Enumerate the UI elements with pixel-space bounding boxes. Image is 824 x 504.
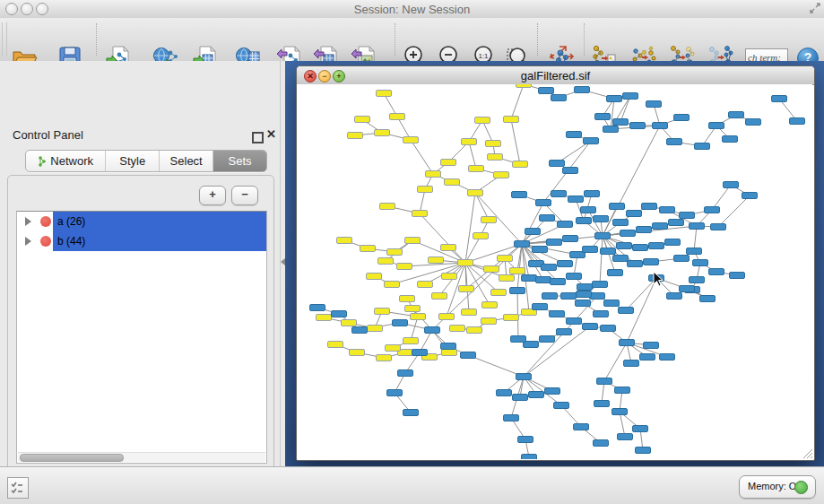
graph-node[interactable] — [431, 292, 447, 300]
memory-status-button[interactable]: Memory: OK — [739, 475, 816, 499]
graph-node[interactable] — [539, 214, 555, 222]
graph-node[interactable] — [612, 118, 629, 126]
graph-node[interactable] — [440, 343, 456, 350]
graph-node[interactable] — [386, 248, 403, 256]
graph-node[interactable] — [557, 221, 573, 228]
set-row-b[interactable]: b (44) — [17, 231, 266, 251]
graph-node[interactable] — [481, 317, 497, 325]
graph-node[interactable] — [397, 369, 413, 377]
close-panel-icon[interactable]: ✕ — [266, 127, 276, 141]
graph-node[interactable] — [517, 436, 533, 443]
graph-node[interactable] — [562, 235, 578, 242]
graph-node[interactable] — [643, 258, 659, 265]
toolbar-drag-handle[interactable] — [2, 22, 7, 56]
graph-node[interactable] — [367, 325, 383, 332]
graph-node[interactable] — [512, 161, 528, 168]
graph-node[interactable] — [499, 274, 515, 282]
graph-node[interactable] — [386, 389, 403, 396]
graph-node[interactable] — [341, 319, 357, 326]
graph-node[interactable] — [412, 349, 428, 356]
graph-node[interactable] — [521, 454, 537, 459]
graph-node[interactable] — [575, 300, 591, 307]
add-set-button[interactable]: + — [199, 186, 226, 205]
graph-node[interactable] — [708, 268, 724, 275]
graph-node[interactable] — [417, 186, 433, 193]
graph-node[interactable] — [566, 273, 582, 280]
graph-node[interactable] — [648, 242, 664, 249]
graph-node[interactable] — [689, 276, 705, 283]
graph-node[interactable] — [556, 328, 572, 335]
graph-node[interactable] — [425, 170, 441, 178]
graph-node[interactable] — [351, 326, 368, 334]
graph-node[interactable] — [528, 391, 544, 398]
graph-node[interactable] — [544, 387, 560, 395]
graph-node[interactable] — [600, 248, 616, 255]
graph-node[interactable] — [438, 313, 455, 320]
graph-node[interactable] — [686, 248, 702, 255]
graph-node[interactable] — [412, 210, 428, 217]
graph-node[interactable] — [403, 409, 419, 416]
graph-node[interactable] — [483, 265, 499, 273]
graph-node[interactable] — [441, 349, 457, 356]
graph-node[interactable] — [551, 94, 567, 101]
graph-node[interactable] — [503, 116, 519, 123]
graph-node[interactable] — [461, 308, 477, 316]
graph-node[interactable] — [722, 135, 738, 143]
graph-node[interactable] — [594, 113, 611, 120]
graph-node[interactable] — [582, 323, 598, 330]
graph-node[interactable] — [694, 143, 710, 150]
graph-node[interactable] — [639, 353, 655, 361]
graph-node[interactable] — [699, 295, 716, 302]
graph-node[interactable] — [659, 206, 675, 213]
graph-node[interactable] — [366, 273, 382, 280]
graph-node[interactable] — [474, 117, 490, 124]
graph-node[interactable] — [771, 95, 787, 102]
graph-node[interactable] — [331, 310, 347, 317]
graph-node[interactable] — [618, 307, 634, 314]
graph-node[interactable] — [404, 305, 421, 312]
graph-node[interactable] — [596, 378, 612, 385]
graph-node[interactable] — [616, 242, 632, 249]
graph-node[interactable] — [673, 255, 690, 262]
graph-node[interactable] — [417, 281, 433, 288]
graph-node[interactable] — [607, 269, 623, 276]
graph-node[interactable] — [539, 335, 555, 343]
tab-network[interactable]: Network — [26, 151, 106, 171]
graph-node[interactable] — [510, 335, 526, 343]
graph-node[interactable] — [593, 310, 609, 317]
graph-node[interactable] — [614, 387, 630, 394]
graph-node[interactable] — [632, 244, 648, 251]
fullscreen-icon[interactable] — [810, 3, 820, 15]
graph-node[interactable] — [481, 301, 498, 308]
graph-node[interactable] — [516, 373, 532, 380]
graph-node[interactable] — [316, 314, 332, 321]
network-canvas[interactable] — [297, 84, 812, 459]
graph-node[interactable] — [789, 117, 805, 125]
graph-node[interactable] — [742, 192, 758, 199]
graph-node[interactable] — [376, 90, 392, 97]
graph-node[interactable] — [509, 267, 525, 274]
graph-node[interactable] — [535, 199, 551, 206]
graph-node[interactable] — [708, 122, 724, 129]
graph-node[interactable] — [493, 171, 509, 178]
window-titlebar[interactable]: Session: New Session — [0, 0, 824, 19]
graph-node[interactable] — [503, 314, 519, 321]
scrollbar-thumb[interactable] — [20, 454, 124, 462]
graph-node[interactable] — [403, 136, 419, 143]
graph-node[interactable] — [568, 196, 584, 203]
graph-node[interactable] — [503, 414, 519, 421]
graph-node[interactable] — [673, 114, 690, 121]
graph-node[interactable] — [692, 259, 708, 266]
graph-node[interactable] — [538, 87, 554, 94]
graph-node[interactable] — [626, 210, 642, 217]
graph-node[interactable] — [551, 190, 567, 197]
graph-node[interactable] — [635, 447, 651, 454]
network-view-window[interactable]: ✕ − + galFiltered.sif — [296, 65, 815, 461]
graph-node[interactable] — [467, 189, 483, 196]
graph-node[interactable] — [466, 326, 482, 334]
graph-node[interactable] — [360, 245, 376, 252]
graph-node[interactable] — [403, 337, 419, 344]
graph-node[interactable] — [354, 116, 370, 123]
graph-node[interactable] — [404, 237, 421, 244]
graph-node[interactable] — [541, 264, 557, 271]
